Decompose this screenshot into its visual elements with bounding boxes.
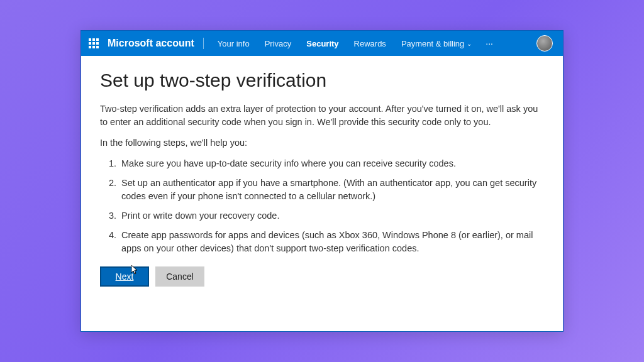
help-line: In the following steps, we'll help you: [100, 136, 540, 150]
step-item: Make sure you have up-to-date security i… [119, 157, 540, 170]
step-item: Print or write down your recovery code. [119, 209, 540, 222]
intro-text: Two-step verification adds an extra laye… [100, 102, 540, 129]
chevron-down-icon: ⌄ [467, 40, 472, 47]
page-title: Set up two-step verification [100, 70, 544, 91]
nav-payment-label: Payment & billing [401, 39, 464, 48]
next-button[interactable]: Next [100, 266, 149, 287]
nav-security[interactable]: Security [299, 31, 346, 56]
user-avatar[interactable] [536, 35, 553, 52]
nav-tabs: Your info Privacy Security Rewards Payme… [210, 31, 499, 56]
brand-label[interactable]: Microsoft account [108, 38, 204, 49]
button-row: Next Cancel [100, 266, 544, 287]
step-item: Create app passwords for apps and device… [119, 229, 540, 255]
app-launcher-icon[interactable] [89, 38, 99, 48]
page-content: Set up two-step verification Two-step ve… [81, 56, 563, 298]
step-item: Set up an authenticator app if you have … [119, 177, 540, 203]
nav-privacy[interactable]: Privacy [257, 31, 299, 56]
top-nav-bar: Microsoft account Your info Privacy Secu… [81, 31, 563, 56]
steps-list: Make sure you have up-to-date security i… [119, 157, 544, 255]
nav-rewards[interactable]: Rewards [347, 31, 394, 56]
cursor-icon [131, 265, 139, 275]
nav-your-info[interactable]: Your info [210, 31, 257, 56]
nav-more-icon[interactable]: ··· [479, 38, 499, 48]
account-window: Microsoft account Your info Privacy Secu… [80, 30, 564, 332]
nav-payment-billing[interactable]: Payment & billing ⌄ [394, 31, 479, 56]
cancel-button[interactable]: Cancel [155, 266, 204, 287]
